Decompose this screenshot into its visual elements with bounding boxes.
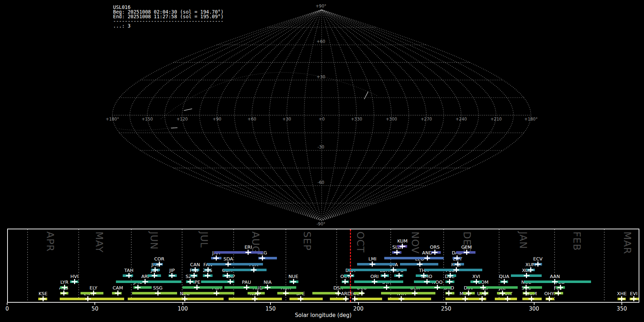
shower-peak-marker [524, 273, 530, 278]
shower-peak-marker [40, 296, 46, 301]
shower-label: NIA [264, 280, 272, 285]
lat-tick-label: -60 [318, 180, 325, 185]
month-label: OCT [355, 231, 366, 253]
shower-peak-marker [447, 279, 453, 284]
shower-label: HVI [70, 274, 79, 279]
x-tick-label: 100 [178, 306, 188, 312]
x-tick-label: 300 [529, 306, 539, 312]
shower-bar [116, 280, 181, 283]
shower-peak-marker [454, 255, 460, 260]
shower-label: TAH [124, 268, 133, 273]
lat-tick-label: +90° [316, 4, 326, 9]
shower-peak-marker [462, 296, 468, 301]
shower-label: ELY [89, 286, 97, 291]
lon-tick-label: +90 [213, 117, 221, 122]
x-tick [182, 303, 183, 305]
x-tick [358, 303, 359, 305]
shower-peak-marker [244, 285, 249, 290]
shower-peak-marker [205, 273, 210, 278]
shower-bar [289, 298, 323, 300]
shower-label: NUE [288, 274, 298, 279]
shower-peak-marker [359, 291, 365, 296]
shower-bar [384, 257, 444, 259]
shower-peak-marker [523, 291, 529, 296]
month-label: APR [45, 231, 56, 252]
shower-peak-marker [135, 285, 141, 290]
x-tick-label: 250 [441, 306, 452, 312]
shower-label: SSG [153, 286, 163, 291]
shower-bar [207, 263, 263, 265]
shower-peak-marker [252, 296, 258, 301]
month-gridline [131, 229, 132, 302]
shower-peak-marker [155, 291, 161, 296]
shower-bar [381, 292, 435, 294]
graticule-meridian [322, 10, 374, 221]
shower-peak-marker [432, 250, 438, 255]
shower-label: PAU [242, 280, 251, 285]
shower-peak-marker [421, 273, 426, 278]
shower-peak-marker [156, 262, 162, 267]
shower-peak-marker [169, 273, 175, 278]
month-label: SEP [302, 231, 313, 250]
shower-peak-marker [619, 296, 625, 301]
shower-peak-marker [546, 296, 552, 301]
graticule-meridian [165, 10, 322, 221]
shower-peak-marker [417, 262, 423, 267]
shower-peak-marker [255, 291, 261, 296]
ecliptic-arc [119, 127, 173, 130]
lon-tick-label: +150 [142, 117, 153, 122]
shower-bar [214, 251, 263, 254]
shower-peak-marker [631, 296, 636, 301]
month-gridline [78, 229, 79, 302]
shower-label: LYR [60, 280, 69, 285]
shower-label: XVI [472, 274, 480, 279]
meteor-analysis-screen: USL016 Beg: 20251008 02:04:30 (sol = 194… [0, 0, 644, 322]
shower-bar [277, 292, 303, 294]
shower-peak-marker [182, 296, 187, 301]
shower-peak-marker [505, 296, 511, 301]
shower-peak-marker [482, 291, 488, 296]
graticule-meridian [200, 10, 322, 221]
x-tick [7, 303, 8, 305]
meteor-track [171, 128, 177, 128]
shower-peak-marker [372, 279, 377, 284]
shower-bar [223, 269, 267, 271]
shower-label: AAN [550, 274, 560, 279]
lat-tick-label: -30 [318, 145, 325, 150]
shower-label: LMI [369, 257, 376, 262]
graticule-meridian [322, 10, 444, 221]
shower-bar [357, 263, 395, 265]
shower-peak-marker [225, 262, 231, 267]
lat-tick-label: +30 [317, 74, 325, 79]
x-tick [94, 303, 95, 305]
shower-peak-marker [194, 285, 200, 290]
shower-peak-marker [126, 273, 132, 278]
shower-label: ARD [341, 291, 351, 296]
shower-peak-marker [382, 273, 387, 278]
shower-peak-marker [192, 267, 198, 272]
shower-peak-marker [453, 267, 459, 272]
lon-tick-label: +210 [491, 117, 502, 122]
x-tick-label: 50 [92, 306, 98, 312]
shower-peak-marker [228, 279, 233, 284]
shower-peak-marker [61, 291, 67, 296]
shower-peak-marker [391, 267, 396, 272]
shower-peak-marker [400, 244, 405, 249]
shower-bar [132, 292, 177, 294]
shower-peak-marker [466, 291, 472, 296]
shower-peak-marker [214, 291, 219, 296]
shower-label: CAM [113, 286, 123, 291]
shower-bar [354, 298, 382, 300]
shower-label: COR [154, 257, 164, 262]
shower-peak-marker [499, 291, 505, 296]
month-label: JAN [518, 231, 529, 249]
shower-peak-marker [142, 279, 148, 284]
lon-tick-label: +120 [176, 117, 188, 122]
shower-peak-marker [528, 296, 534, 301]
lon-tick-label: +240 [455, 117, 467, 122]
lon-tick-label: +60 [248, 117, 256, 122]
lat-tick-label: +60 [317, 39, 325, 44]
meteor-track [364, 92, 368, 99]
x-tick [270, 303, 271, 305]
month-gridline [233, 229, 234, 302]
